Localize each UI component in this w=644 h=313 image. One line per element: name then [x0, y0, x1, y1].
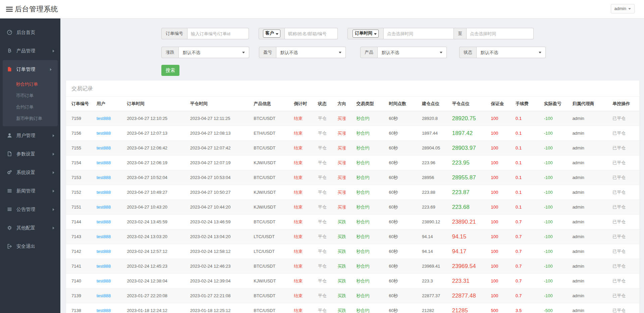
chevron-right-icon	[50, 68, 52, 71]
cell-user[interactable]: test888	[97, 155, 127, 170]
search-button[interactable]: 搜索	[161, 65, 179, 76]
cell-close_price: 94.17	[452, 244, 491, 259]
cell-product: ETH/USDT	[254, 126, 294, 141]
customer-input[interactable]	[285, 28, 338, 39]
sidebar-subitem-sec-orders[interactable]: 秒合约订单	[3, 79, 58, 90]
time-to-input[interactable]	[467, 28, 534, 39]
cell-countdown: 结束	[294, 288, 318, 303]
cell-user[interactable]: test888	[97, 215, 127, 229]
cell-action: 已平仓	[612, 288, 639, 303]
profit-select[interactable]: 默认不选	[276, 47, 345, 58]
cell-open_time: 2023-02-24 13:45:59	[127, 215, 190, 229]
cell-direction: 买涨	[337, 185, 356, 200]
sidebar-subitem-contract-orders[interactable]: 合约订单	[3, 101, 58, 113]
cell-margin: 100	[491, 215, 516, 229]
cell-user[interactable]: test888	[97, 170, 127, 185]
cell-countdown: 结束	[294, 303, 318, 313]
sidebar-item-orders[interactable]: 订单管理	[3, 60, 58, 79]
cell-status: 平仓	[318, 215, 337, 229]
sidebar-open-section: 订单管理秒合约订单币币订单合约订单新币申购订单	[3, 60, 58, 126]
updown-select[interactable]: 默认不选	[179, 47, 249, 58]
status-label: 状态	[459, 47, 477, 58]
cell-profit: -100	[544, 185, 573, 200]
sidebar-item-products[interactable]: 产品管理	[0, 42, 60, 60]
sidebar-item-notice[interactable]: 公告管理	[0, 200, 60, 219]
cell-profit: -100	[544, 288, 573, 303]
cell-user[interactable]: test888	[97, 259, 127, 274]
admin-dropdown[interactable]: admin	[611, 4, 635, 13]
cell-countdown: 结束	[294, 155, 318, 170]
sidebar-subitem-newcoin-orders[interactable]: 新币申购订单	[3, 113, 58, 124]
cell-close_price: 223.31	[452, 274, 491, 288]
cell-open_price: 28956	[422, 170, 452, 185]
cell-close_time: 2023-02-24 12:58:12	[190, 244, 254, 259]
cell-profit: -500	[544, 303, 573, 313]
cell-countdown: 结束	[294, 111, 318, 126]
sidebar-item-home[interactable]: 后台首页	[0, 23, 60, 42]
cell-margin: 100	[491, 126, 516, 141]
sidebar-item-users[interactable]: 用户管理	[0, 126, 60, 145]
dashboard-icon	[7, 30, 12, 35]
cell-user[interactable]: test888	[97, 303, 127, 313]
status-select[interactable]: 默认不选	[477, 47, 545, 58]
cell-id: 7153	[66, 170, 97, 185]
cell-user[interactable]: test888	[97, 111, 127, 126]
cell-product: LTC/USDT	[254, 244, 294, 259]
column-header-action: 单控操作	[612, 97, 639, 111]
cell-profit: -100	[544, 141, 573, 155]
sidebar-item-news[interactable]: 新闻管理	[0, 182, 60, 200]
sidebar-item-params[interactable]: 参数设置	[0, 145, 60, 163]
cell-margin: 100	[491, 244, 516, 259]
order-no-label: 订单编号	[161, 28, 187, 39]
product-select[interactable]: 默认不选	[378, 47, 446, 58]
column-header-profit: 实际盈亏	[544, 97, 573, 111]
cell-close_time: 2023-02-24 13:46:59	[190, 215, 254, 229]
cell-close_price: 23969.54	[452, 259, 491, 274]
table-row: 7151test8882023-04-27 10:43:202023-04-27…	[66, 200, 639, 215]
sidebar-item-other[interactable]: 其他配置	[0, 219, 60, 237]
order-no-input[interactable]	[187, 28, 249, 39]
cell-product: BTC/USDT	[254, 288, 294, 303]
cell-open_price: 94.14	[422, 244, 452, 259]
sidebar-item-logout[interactable]: 安全退出	[0, 237, 60, 256]
customer-type-select[interactable]: 客户	[263, 30, 280, 36]
table-row: 7156test8882023-04-27 12:07:132023-04-27…	[66, 126, 639, 141]
time-from-input[interactable]	[384, 28, 454, 39]
cell-close_price: 223.87	[452, 185, 491, 200]
time-type-select[interactable]: 订单时间	[353, 30, 378, 36]
cell-open_price: 28904.05	[422, 141, 452, 155]
sidebar-subitem-coin-orders[interactable]: 币币订单	[3, 90, 58, 101]
cell-trade_type: 秒合约	[357, 244, 389, 259]
column-header-countdown: 倒计时	[294, 97, 318, 111]
cell-id: 7144	[66, 215, 97, 229]
cell-user[interactable]: test888	[97, 229, 127, 244]
sidebar-item-system[interactable]: 系统设置	[0, 163, 60, 182]
cell-user[interactable]: test888	[97, 288, 127, 303]
cell-margin: 100	[491, 170, 516, 185]
cell-agent: admin	[572, 141, 612, 155]
cell-countdown: 结束	[294, 259, 318, 274]
cell-user[interactable]: test888	[97, 244, 127, 259]
cell-period: 60秒	[389, 126, 422, 141]
cell-product: BTC/USDT	[254, 141, 294, 155]
cell-user[interactable]: test888	[97, 274, 127, 288]
table-row: 7153test8882023-04-27 10:52:042023-04-27…	[66, 170, 639, 185]
cell-agent: admin	[572, 155, 612, 170]
cell-user[interactable]: test888	[97, 126, 127, 141]
cell-user[interactable]: test888	[97, 141, 127, 155]
logout-icon	[7, 243, 12, 249]
cell-direction: 买跌	[337, 229, 356, 244]
cell-close_time: 2023-04-27 10:53:04	[190, 170, 254, 185]
updown-label: 涨跌	[161, 47, 179, 58]
menu-toggle-icon[interactable]	[6, 7, 13, 12]
cell-fee: 0.1	[516, 111, 544, 126]
cell-open_time: 2023-02-24 13:03:20	[127, 229, 190, 244]
cell-user[interactable]: test888	[97, 200, 127, 215]
order-file-icon	[7, 66, 12, 72]
cell-margin: 100	[491, 274, 516, 288]
cell-fee: 0.7	[516, 274, 544, 288]
cell-user[interactable]: test888	[97, 185, 127, 200]
app-title: 后台管理系统	[15, 4, 58, 14]
cell-open_time: 2023-04-27 12:06:42	[127, 141, 190, 155]
column-header-product: 产品信息	[254, 97, 294, 111]
